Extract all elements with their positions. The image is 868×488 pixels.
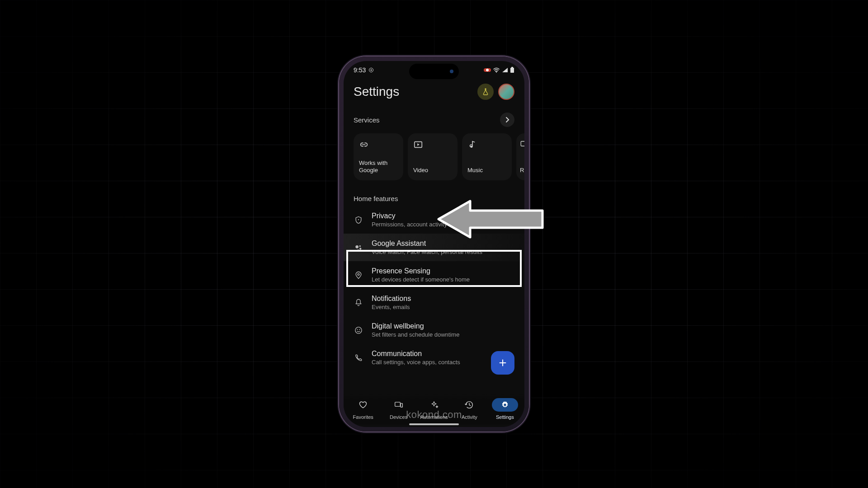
bell-icon <box>354 298 363 308</box>
item-title: Communication <box>372 350 460 358</box>
svg-point-2 <box>496 72 497 73</box>
wifi-icon <box>493 67 500 73</box>
status-bar: 9:53 <box>344 61 524 75</box>
link-icon <box>359 140 398 150</box>
service-card-music[interactable]: Music <box>462 133 512 180</box>
camera-dot-icon <box>450 70 453 73</box>
nav-label: Automations <box>420 414 448 420</box>
svg-point-15 <box>357 329 358 330</box>
nav-label: Devices <box>390 414 407 420</box>
svg-point-12 <box>358 249 359 250</box>
svg-point-8 <box>358 219 359 220</box>
experiments-button[interactable] <box>477 84 494 100</box>
phone-icon <box>354 353 363 362</box>
svg-rect-4 <box>511 67 513 68</box>
heart-icon <box>358 400 368 409</box>
nav-label: Settings <box>496 414 514 420</box>
svg-rect-3 <box>510 68 514 73</box>
nav-label: Favorites <box>353 414 373 420</box>
settings-row-presence-sensing[interactable]: Presence Sensing Let devices detect if s… <box>344 261 524 289</box>
item-subtitle: Call settings, voice apps, contacts <box>372 359 460 366</box>
services-more-button[interactable] <box>500 113 514 127</box>
wellbeing-icon <box>354 326 363 335</box>
status-time: 9:53 <box>354 66 366 74</box>
svg-point-20 <box>504 404 506 406</box>
svg-rect-17 <box>395 402 400 406</box>
page-title: Settings <box>354 84 399 99</box>
video-icon <box>413 140 452 150</box>
gear-icon <box>500 400 509 409</box>
nav-activity[interactable]: Activity <box>452 398 487 420</box>
settings-row-notifications[interactable]: Notifications Events, emails <box>344 289 524 316</box>
item-title: Presence Sensing <box>372 267 470 275</box>
svg-point-1 <box>371 70 372 71</box>
service-card-label: Music <box>467 167 506 174</box>
unknown-icon <box>520 140 524 148</box>
home-indicator[interactable] <box>409 423 459 425</box>
service-card-partial[interactable]: R <box>516 133 524 180</box>
location-pin-icon <box>354 270 363 280</box>
service-card-label: Works with Google <box>359 160 398 174</box>
service-card-works-with-google[interactable]: Works with Google <box>354 133 403 180</box>
status-right <box>484 67 514 73</box>
status-left: 9:53 <box>354 66 374 74</box>
page-header: Settings <box>344 75 524 103</box>
item-title: Notifications <box>372 295 411 303</box>
nav-settings[interactable]: Settings <box>487 398 523 420</box>
service-card-video[interactable]: Video <box>408 133 458 180</box>
nav-devices[interactable]: Devices <box>381 398 416 420</box>
flask-icon <box>481 88 490 96</box>
assistant-dots-icon <box>354 243 363 252</box>
service-card-label: Video <box>413 167 452 174</box>
nav-favorites[interactable]: Favorites <box>345 398 381 420</box>
item-subtitle: Let devices detect if someone's home <box>372 276 470 283</box>
svg-point-6 <box>471 145 473 148</box>
services-section-header[interactable]: Services <box>344 103 524 131</box>
item-title: Digital wellbeing <box>372 322 459 330</box>
cell-signal-icon <box>502 67 508 73</box>
svg-rect-18 <box>401 404 402 407</box>
svg-point-13 <box>358 273 359 275</box>
phone-frame: 9:53 Sett <box>339 56 529 432</box>
svg-point-11 <box>359 248 361 249</box>
history-icon <box>464 400 474 410</box>
account-avatar[interactable] <box>498 84 514 100</box>
tutorial-arrow-icon <box>434 194 547 239</box>
shield-icon <box>354 215 363 225</box>
service-card-label: R <box>520 167 524 174</box>
recording-indicator <box>484 68 491 72</box>
nav-label: Activity <box>462 414 477 420</box>
dynamic-island <box>409 64 459 79</box>
devices-icon <box>393 400 404 409</box>
plus-icon <box>498 358 508 368</box>
item-subtitle: Events, emails <box>372 304 411 310</box>
music-note-icon <box>467 140 506 150</box>
svg-point-14 <box>355 327 362 333</box>
item-subtitle: Voice Match, Face Match, personal result… <box>372 249 482 255</box>
services-label: Services <box>354 116 380 124</box>
nav-automations[interactable]: Automations <box>416 398 452 420</box>
add-fab-button[interactable] <box>491 351 514 375</box>
target-icon <box>368 67 374 73</box>
svg-rect-7 <box>521 141 524 146</box>
bottom-nav: Favorites Devices Automations Activity <box>344 394 524 424</box>
phone-screen: 9:53 Sett <box>344 61 524 427</box>
item-subtitle: Set filters and schedule downtime <box>372 331 459 338</box>
services-card-row[interactable]: Works with Google Video Music R <box>344 131 524 182</box>
svg-point-10 <box>359 245 361 247</box>
chevron-right-icon <box>505 117 509 123</box>
settings-row-digital-wellbeing[interactable]: Digital wellbeing Set filters and schedu… <box>344 316 524 344</box>
svg-point-16 <box>359 329 360 330</box>
svg-point-9 <box>355 245 359 249</box>
battery-icon <box>510 67 514 73</box>
sparkle-icon <box>429 400 439 410</box>
